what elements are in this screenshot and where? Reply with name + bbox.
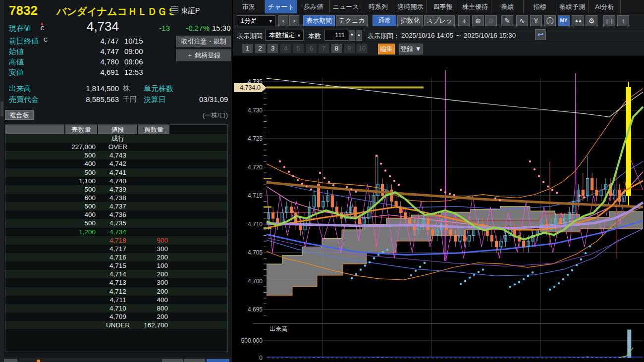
document-icon[interactable] — [171, 6, 178, 14]
book-row[interactable]: 4004,742 — [5, 159, 227, 168]
spread-mode-button[interactable]: スプレッド — [424, 15, 455, 26]
book-row[interactable]: 5004,743 — [5, 151, 227, 159]
reset-period-icon[interactable]: ↩ — [535, 29, 546, 40]
preset-button-7[interactable]: 7 — [318, 44, 329, 53]
book-row[interactable]: 5004,741 — [5, 168, 227, 177]
my-chart-icon[interactable]: MY — [558, 15, 570, 26]
print-icon[interactable]: ▤ — [603, 15, 615, 26]
info-icon[interactable]: ⓘ — [544, 15, 556, 26]
display-period-button[interactable]: 表示期間 — [303, 15, 335, 26]
book-row[interactable]: 4,717300 — [5, 245, 227, 253]
tab-業績予測[interactable]: 業績予測 — [556, 0, 589, 13]
price-chart-canvas[interactable] — [233, 56, 644, 362]
zoom-in-icon[interactable]: ⊕ — [472, 15, 484, 26]
yen-scale-icon[interactable]: ¥ — [530, 15, 542, 26]
volume-bar — [564, 358, 566, 358]
book-row[interactable]: 4,710800 — [5, 304, 227, 312]
interval-select[interactable]: 1分足 ▼ — [237, 15, 275, 26]
composite-board-button[interactable]: 複合板 — [5, 110, 34, 120]
candle-body — [431, 230, 434, 236]
trendline-icon[interactable]: ∿ — [516, 15, 528, 26]
splitter-handle[interactable] — [0, 102, 3, 116]
book-cell-price: 4,734 — [98, 228, 138, 236]
period-mode-select[interactable]: 本数指定 ▼ — [265, 30, 304, 41]
book-cell-price: 4,742 — [98, 159, 138, 168]
volume-bar — [573, 358, 575, 358]
book-row[interactable]: 1,2004,734 — [5, 228, 227, 236]
preset-button-4[interactable]: 4 — [280, 44, 291, 53]
mountain-chart-icon[interactable]: ▲▲ — [572, 15, 584, 26]
sar-upper-pink — [534, 168, 536, 170]
sar-upper-pink — [380, 162, 382, 164]
current-price-tag: 4,734.0 — [234, 83, 267, 92]
book-cell-price: 4,712 — [98, 287, 138, 296]
preset-button-10[interactable]: 10 — [356, 44, 368, 53]
trade-caution-button[interactable]: 取引注意・規制 — [176, 36, 231, 48]
book-row[interactable]: 4,711400 — [5, 296, 227, 304]
book-row[interactable]: 227,000OVER — [5, 143, 227, 151]
count-up-spinner[interactable]: ▲ — [356, 30, 362, 41]
sar-upper-pink — [297, 179, 299, 181]
period-label: 表示期間 — [237, 32, 263, 41]
preset-button-8[interactable]: 8 — [331, 44, 342, 53]
add-watchlist-button[interactable]: ＋ 銘柄登録 — [176, 50, 231, 61]
book-row[interactable]: 成行 — [5, 134, 227, 143]
book-row[interactable]: 5004,735 — [5, 219, 227, 227]
count-down-spinner[interactable]: ▼ — [349, 30, 355, 41]
tab-時系列[interactable]: 時系列 — [362, 0, 394, 13]
tab-業績[interactable]: 業績 — [491, 0, 524, 13]
book-row[interactable]: 6004,738 — [5, 194, 227, 202]
tab-適時開示[interactable]: 適時開示 — [395, 0, 427, 13]
zoom-out-icon[interactable]: ⊖ — [485, 15, 497, 26]
settings-wrench-icon[interactable]: ⚙ — [586, 15, 597, 26]
book-row[interactable]: 4,714200 — [5, 270, 227, 278]
book-row[interactable]: UNDER162,700 — [5, 321, 227, 329]
book-row[interactable]: 5004,737 — [5, 202, 227, 210]
book-row[interactable]: 4,709200 — [5, 312, 227, 321]
book-row[interactable]: 1,1004,740 — [5, 177, 227, 185]
bottom-button-3[interactable] — [184, 359, 205, 362]
bottom-button-1[interactable] — [4, 359, 17, 362]
preset-button-9[interactable]: 9 — [344, 44, 355, 53]
open-label: 始値 — [9, 47, 24, 56]
technical-button[interactable]: テクニカル — [336, 15, 368, 26]
book-row[interactable]: 5004,739 — [5, 185, 227, 194]
prev-button[interactable]: ‹ — [278, 15, 288, 26]
tab-チャート[interactable]: チャート — [265, 0, 297, 13]
crosshair-icon[interactable]: + — [458, 15, 470, 26]
tab-指標[interactable]: 指標 — [524, 0, 556, 13]
preset-button-1[interactable]: 1 — [242, 44, 253, 53]
preset-button-2[interactable]: 2 — [255, 44, 266, 53]
book-row[interactable]: 4,712200 — [5, 287, 227, 296]
normal-mode-button[interactable]: 通常 — [373, 15, 396, 26]
bottom-button-4[interactable] — [207, 359, 229, 362]
count-input[interactable]: 111 — [324, 30, 348, 41]
book-row[interactable]: 4004,736 — [5, 210, 227, 219]
book-row[interactable]: 4,715100 — [5, 261, 227, 270]
register-preset-button[interactable]: 登録 ▼ — [399, 44, 423, 54]
sar-lower-cyan — [478, 271, 480, 273]
tab-四季報[interactable]: 四季報 — [427, 0, 459, 13]
edit-button[interactable]: 編集 — [378, 44, 395, 54]
tab-歩み値[interactable]: 歩み値 — [298, 0, 330, 13]
sar-upper-pink — [306, 185, 308, 187]
tab-AI分析[interactable]: AI分析 — [589, 0, 621, 13]
indexed-mode-button[interactable]: 指数化 — [397, 15, 423, 26]
book-row[interactable]: 4,718900 — [5, 236, 227, 245]
book-row[interactable]: 4,713300 — [5, 278, 227, 287]
popout-icon[interactable]: ↑ — [617, 15, 629, 26]
sar-lower-cyan — [580, 259, 582, 260]
candle-body — [272, 213, 274, 219]
next-button[interactable]: › — [289, 15, 299, 26]
pencil-draw-icon[interactable]: ✎ — [501, 15, 513, 26]
preset-button-6[interactable]: 6 — [306, 44, 317, 53]
tab-ニュース[interactable]: ニュース — [330, 0, 362, 13]
preset-button-5[interactable]: 5 — [293, 44, 304, 53]
volume-bar — [440, 358, 443, 359]
book-row[interactable]: 4,716200 — [5, 253, 227, 261]
tab-市況[interactable]: 市況 — [233, 0, 265, 13]
indicator-start-dash — [264, 227, 271, 229]
tab-株主優待[interactable]: 株主優待 — [459, 0, 491, 13]
preset-button-3[interactable]: 3 — [267, 44, 278, 53]
bottom-button-2[interactable] — [162, 359, 183, 362]
